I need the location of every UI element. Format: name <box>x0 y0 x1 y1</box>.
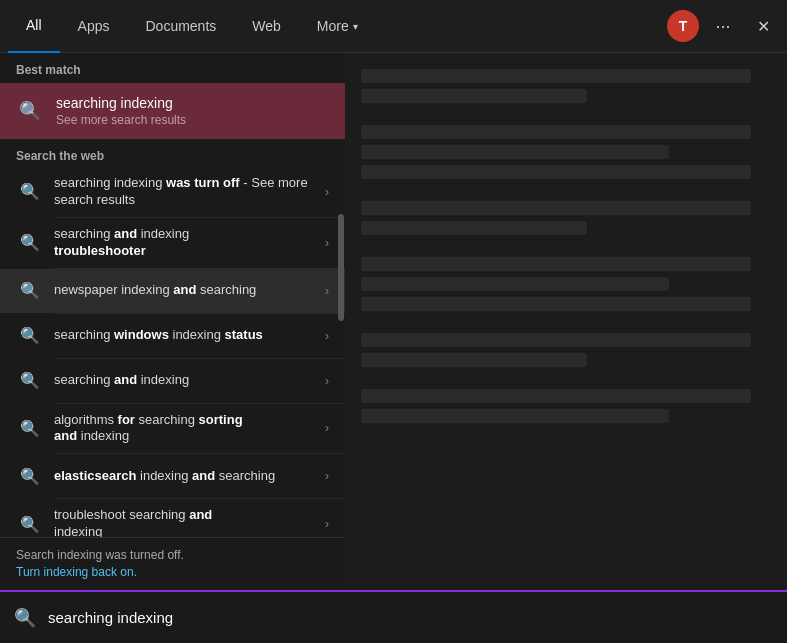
main-layout: Best match 🔍 searching indexing See more… <box>0 53 787 590</box>
list-item[interactable]: 🔍 troubleshoot searching andindexing › <box>0 499 345 537</box>
bottom-notice: Search indexing was turned off. Turn ind… <box>0 537 345 590</box>
chevron-right-icon: › <box>325 284 329 298</box>
scrollbar-track[interactable] <box>337 53 345 590</box>
indexing-link[interactable]: Turn indexing back on. <box>16 565 137 579</box>
tab-documents[interactable]: Documents <box>127 0 234 53</box>
avatar[interactable]: T <box>667 10 699 42</box>
placeholder-bar <box>361 333 751 347</box>
dots-icon: ··· <box>715 16 730 37</box>
placeholder-bar <box>361 257 751 271</box>
placeholder-bar <box>361 353 587 367</box>
close-button[interactable]: ✕ <box>747 10 779 42</box>
tab-more-label: More <box>317 18 349 34</box>
placeholder-bar <box>361 297 751 311</box>
placeholder-group <box>361 201 771 241</box>
item-text: searching and indexing <box>54 372 325 389</box>
item-text: searching indexing was turn off - See mo… <box>54 175 325 209</box>
item-text: troubleshoot searching andindexing <box>54 507 325 537</box>
more-options-button[interactable]: ··· <box>707 10 739 42</box>
right-panel <box>345 53 787 590</box>
placeholder-bar <box>361 89 587 103</box>
tab-all-label: All <box>26 17 42 33</box>
top-nav: All Apps Documents Web More ▾ T ··· ✕ <box>0 0 787 53</box>
tab-documents-label: Documents <box>145 18 216 34</box>
item-text: algorithms for searching sortingand inde… <box>54 412 325 446</box>
placeholder-bar <box>361 145 669 159</box>
placeholder-bar <box>361 125 751 139</box>
chevron-right-icon: › <box>325 374 329 388</box>
search-bar: 🔍 <box>0 590 787 643</box>
list-item[interactable]: 🔍 elasticsearch indexing and searching › <box>0 454 345 498</box>
search-icon: 🔍 <box>16 322 44 350</box>
best-match-label: Best match <box>0 53 345 83</box>
placeholder-bar <box>361 201 751 215</box>
results-list: Best match 🔍 searching indexing See more… <box>0 53 345 537</box>
best-match-item[interactable]: 🔍 searching indexing See more search res… <box>0 83 345 139</box>
close-icon: ✕ <box>757 17 770 36</box>
placeholder-group <box>361 257 771 317</box>
search-icon: 🔍 <box>16 510 44 537</box>
search-icon: 🔍 <box>16 367 44 395</box>
placeholder-group <box>361 125 771 185</box>
notice-text: Search indexing was turned off. <box>16 548 329 562</box>
placeholder-group <box>361 389 771 429</box>
search-icon: 🔍 <box>16 178 44 206</box>
placeholder-bar <box>361 69 751 83</box>
scrollbar-thumb[interactable] <box>338 214 344 321</box>
tab-all[interactable]: All <box>8 0 60 53</box>
search-icon: 🔍 <box>16 229 44 257</box>
chevron-down-icon: ▾ <box>353 21 358 32</box>
chevron-right-icon: › <box>325 421 329 435</box>
web-search-label: Search the web <box>0 139 345 167</box>
placeholder-bar <box>361 221 587 235</box>
tab-apps[interactable]: Apps <box>60 0 128 53</box>
placeholder-bar <box>361 409 669 423</box>
list-item[interactable]: 🔍 searching and indexingtroubleshooter › <box>0 218 345 268</box>
best-match-text: searching indexing See more search resul… <box>56 95 329 127</box>
list-item[interactable]: 🔍 algorithms for searching sortingand in… <box>0 404 345 454</box>
tab-web-label: Web <box>252 18 281 34</box>
item-text: elasticsearch indexing and searching <box>54 468 325 485</box>
best-match-subtitle: See more search results <box>56 113 329 127</box>
placeholder-bar <box>361 277 669 291</box>
list-item[interactable]: 🔍 searching windows indexing status › <box>0 314 345 358</box>
chevron-right-icon: › <box>325 236 329 250</box>
item-text: searching windows indexing status <box>54 327 325 344</box>
search-icon: 🔍 <box>16 97 44 125</box>
search-input[interactable] <box>48 609 773 626</box>
search-icon: 🔍 <box>16 277 44 305</box>
tab-apps-label: Apps <box>78 18 110 34</box>
search-bar-icon: 🔍 <box>14 607 36 629</box>
search-icon: 🔍 <box>16 414 44 442</box>
chevron-right-icon: › <box>325 469 329 483</box>
chevron-right-icon: › <box>325 185 329 199</box>
list-item[interactable]: 🔍 searching indexing was turn off - See … <box>0 167 345 217</box>
list-item[interactable]: 🔍 newspaper indexing and searching › <box>0 269 345 313</box>
item-text: searching and indexingtroubleshooter <box>54 226 325 260</box>
nav-actions: T ··· ✕ <box>667 10 779 42</box>
item-text: newspaper indexing and searching <box>54 282 325 299</box>
chevron-right-icon: › <box>325 329 329 343</box>
search-icon: 🔍 <box>16 462 44 490</box>
placeholder-bar <box>361 389 751 403</box>
best-match-title: searching indexing <box>56 95 329 111</box>
avatar-label: T <box>679 18 688 34</box>
tab-web[interactable]: Web <box>234 0 299 53</box>
list-item[interactable]: 🔍 searching and indexing › <box>0 359 345 403</box>
placeholder-bar <box>361 165 751 179</box>
placeholder-group <box>361 333 771 373</box>
placeholder-group <box>361 69 771 109</box>
left-panel: Best match 🔍 searching indexing See more… <box>0 53 345 590</box>
chevron-right-icon: › <box>325 517 329 531</box>
tab-more[interactable]: More ▾ <box>299 0 376 53</box>
